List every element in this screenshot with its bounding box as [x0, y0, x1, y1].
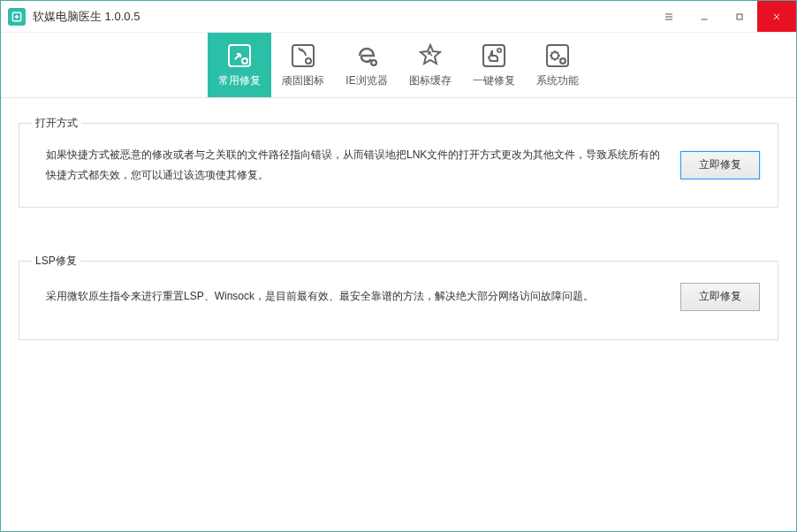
panel-description: 如果快捷方式被恶意的修改或者与之关联的文件路径指向错误，从而错误地把LNK文件的…: [46, 145, 663, 186]
panel-title: LSP修复: [32, 254, 80, 269]
system-func-icon: [543, 42, 572, 70]
ie-browser-icon: [353, 42, 381, 70]
tab-label: 图标缓存: [409, 73, 452, 88]
tab-stubborn-icon[interactable]: 顽固图标: [271, 33, 335, 97]
minimize-button[interactable]: [687, 1, 722, 32]
toolbar: 常用修复 顽固图标 IE浏览器: [1, 33, 796, 98]
tab-label: 常用修复: [218, 73, 261, 88]
panel-lsp-repair: LSP修复 采用微软原生指令来进行重置LSP、Winsock，是目前最有效、最安…: [19, 261, 778, 340]
tab-system-func[interactable]: 系统功能: [526, 33, 589, 97]
svg-rect-5: [737, 14, 742, 19]
repair-now-button[interactable]: 立即修复: [680, 151, 760, 179]
one-click-icon: [480, 42, 508, 70]
repair-now-button[interactable]: 立即修复: [680, 283, 760, 311]
tab-icon-cache[interactable]: 图标缓存: [398, 33, 462, 97]
panel-body: 如果快捷方式被恶意的修改或者与之关联的文件路径指向错误，从而错误地把LNK文件的…: [46, 145, 760, 186]
tab-label: 系统功能: [536, 73, 579, 88]
maximize-button[interactable]: [722, 1, 757, 32]
tab-label: 一键修复: [473, 73, 515, 88]
icon-cache-icon: [416, 42, 444, 70]
tab-common-repair[interactable]: 常用修复: [208, 33, 271, 97]
shortcut-repair-icon: [225, 42, 254, 70]
tab-one-click[interactable]: 一键修复: [462, 33, 526, 97]
panel-title: 打开方式: [32, 116, 81, 131]
menu-button[interactable]: [651, 1, 687, 32]
tab-ie-browser[interactable]: IE浏览器: [335, 33, 398, 97]
window-controls: [651, 1, 796, 32]
stubborn-icon: [289, 42, 317, 70]
tab-label: 顽固图标: [282, 73, 324, 88]
panel-open-with: 打开方式 如果快捷方式被恶意的修改或者与之关联的文件路径指向错误，从而错误地把L…: [19, 123, 778, 208]
close-button[interactable]: [757, 1, 796, 32]
window-title: 软媒电脑医生 1.0.0.5: [33, 9, 140, 25]
panel-body: 采用微软原生指令来进行重置LSP、Winsock，是目前最有效、最安全靠谱的方法…: [46, 283, 760, 311]
panel-description: 采用微软原生指令来进行重置LSP、Winsock，是目前最有效、最安全靠谱的方法…: [46, 286, 663, 307]
app-icon: [8, 8, 26, 26]
titlebar: 软媒电脑医生 1.0.0.5: [1, 1, 796, 33]
content-area: 打开方式 如果快捷方式被恶意的修改或者与之关联的文件路径指向错误，从而错误地把L…: [1, 98, 796, 418]
tab-label: IE浏览器: [345, 73, 387, 88]
